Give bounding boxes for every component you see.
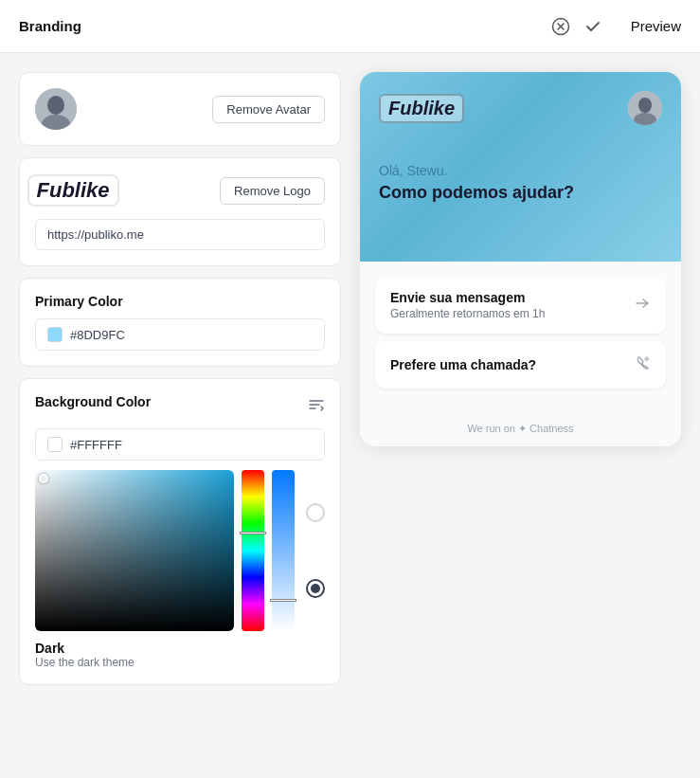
send-icon [634, 295, 651, 316]
opacity-indicator [270, 599, 296, 602]
main-content: Remove Avatar Fublike Remove Logo Primar… [0, 53, 700, 778]
preview-option-message-sub: Geralmente retornamos em 1h [390, 307, 545, 320]
preview-top-bar: Fublike [379, 91, 662, 125]
header-actions [549, 15, 604, 38]
bg-color-swatch [47, 437, 63, 452]
preview-option-message[interactable]: Envie sua mensagem Geralmente retornamos… [375, 277, 666, 334]
bg-color-input-row[interactable] [35, 428, 325, 461]
theme-light-radio[interactable] [306, 503, 325, 522]
gradient-bg [35, 470, 234, 631]
preview-footer: We run on ✦ Chatness [360, 411, 681, 446]
avatar-card: Remove Avatar [19, 72, 341, 146]
phone-icon [634, 354, 651, 375]
preview-logo: Fublike [379, 94, 464, 123]
url-input[interactable] [35, 219, 325, 250]
preview-label: Preview [631, 18, 681, 34]
logo-card: Fublike Remove Logo [19, 157, 341, 266]
app-header: Branding Preview [0, 0, 700, 53]
preview-option-message-text: Envie sua mensagem Geralmente retornamos… [390, 290, 545, 320]
logo-row: Fublike Remove Logo [35, 173, 325, 208]
picker-cursor [39, 474, 48, 483]
bg-color-label: Background Color [35, 394, 151, 409]
primary-color-input-row[interactable] [35, 318, 325, 351]
theme-dark-radio[interactable] [306, 579, 325, 598]
preview-avatar [628, 91, 662, 125]
preview-option-call[interactable]: Prefere uma chamada? [375, 341, 666, 389]
logo-preview: Fublike [35, 173, 111, 208]
bg-color-header: Background Color [35, 394, 325, 419]
hue-indicator [240, 532, 266, 534]
primary-color-swatch [47, 327, 63, 342]
sort-icon[interactable] [308, 396, 325, 417]
bg-color-input[interactable] [70, 438, 313, 452]
theme-dark-option: Dark Use the dark theme [35, 641, 325, 669]
svg-point-4 [47, 96, 64, 115]
theme-dark-desc: Use the dark theme [35, 656, 135, 669]
svg-point-10 [638, 98, 652, 113]
background-color-card: Background Color [19, 378, 341, 685]
preview-card: Fublike Olá, Stewu. Como podemos ajudar? [360, 72, 681, 446]
color-picker[interactable] [35, 470, 325, 631]
primary-color-input[interactable] [70, 328, 313, 342]
preview-body: Envie sua mensagem Geralmente retornamos… [360, 262, 681, 411]
preview-greeting: Olá, Stewu. [379, 163, 662, 178]
page-title: Branding [19, 18, 538, 34]
remove-avatar-button[interactable]: Remove Avatar [212, 96, 325, 123]
hue-bar[interactable] [242, 470, 264, 631]
preview-header: Fublike Olá, Stewu. Como podemos ajudar? [360, 72, 681, 262]
preview-option-call-title: Prefere uma chamada? [390, 357, 536, 372]
preview-question: Como podemos ajudar? [379, 182, 662, 204]
opacity-bar[interactable] [272, 470, 295, 631]
right-panel: Fublike Olá, Stewu. Como podemos ajudar? [360, 72, 681, 759]
theme-options: Dark Use the dark theme [35, 641, 325, 669]
logo-text: Fublike [27, 174, 119, 207]
primary-color-card: Primary Color [19, 278, 341, 367]
primary-color-label: Primary Color [35, 294, 325, 309]
confirm-icon[interactable] [582, 15, 604, 38]
remove-logo-button[interactable]: Remove Logo [220, 177, 325, 205]
theme-dark-label: Dark [35, 641, 135, 656]
preview-option-message-title: Envie sua mensagem [390, 290, 545, 305]
avatar [35, 88, 77, 130]
theme-dark-info: Dark Use the dark theme [35, 641, 135, 669]
gradient-picker[interactable] [35, 470, 234, 631]
cancel-icon[interactable] [549, 15, 572, 38]
left-panel: Remove Avatar Fublike Remove Logo Primar… [19, 72, 341, 759]
